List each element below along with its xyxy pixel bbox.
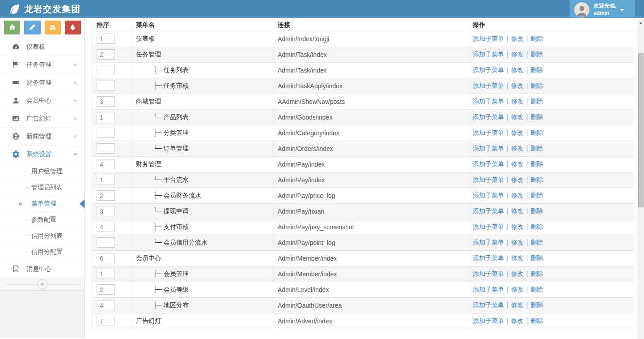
add-submenu-link[interactable]: 添加子菜单 — [473, 270, 504, 277]
sort-input[interactable] — [97, 269, 115, 279]
quick-users-button[interactable] — [45, 21, 61, 34]
add-submenu-link[interactable]: 添加子菜单 — [473, 35, 504, 42]
sidebar-item-finance[interactable]: 财务管理 — [0, 74, 85, 92]
add-submenu-link[interactable]: 添加子菜单 — [473, 113, 504, 120]
scrollbar-thumb[interactable] — [638, 53, 644, 207]
delete-link[interactable]: 删除 — [530, 145, 543, 152]
delete-link[interactable]: 删除 — [530, 270, 543, 277]
quick-notifications-button[interactable] — [65, 21, 81, 34]
edit-link[interactable]: 修改 — [511, 317, 524, 324]
sidebar-item-advert[interactable]: 广告幻灯 — [0, 110, 85, 128]
edit-link[interactable]: 修改 — [511, 176, 524, 183]
add-submenu-link[interactable]: 添加子菜单 — [473, 286, 504, 293]
edit-link[interactable]: 修改 — [511, 160, 524, 167]
delete-link[interactable]: 删除 — [530, 301, 543, 309]
add-submenu-link[interactable]: 添加子菜单 — [473, 239, 504, 246]
delete-link[interactable]: 删除 — [530, 223, 543, 230]
edit-link[interactable]: 修改 — [511, 286, 524, 293]
edit-link[interactable]: 修改 — [511, 207, 524, 215]
sort-input[interactable] — [97, 175, 115, 185]
sidebar-item-dashboard[interactable]: 仪表板 — [0, 38, 85, 56]
sort-input[interactable] — [97, 128, 115, 138]
add-submenu-link[interactable]: 添加子菜单 — [473, 176, 504, 183]
edit-link[interactable]: 修改 — [511, 129, 524, 136]
delete-link[interactable]: 删除 — [530, 82, 543, 89]
add-submenu-link[interactable]: 添加子菜单 — [473, 223, 504, 230]
sort-input[interactable] — [97, 284, 115, 295]
sidebar-subitem-menu-manage[interactable]: »菜单管理 — [0, 196, 85, 212]
edit-link[interactable]: 修改 — [511, 239, 524, 246]
add-submenu-link[interactable]: 添加子菜单 — [473, 66, 504, 73]
collapse-sidebar-button[interactable]: « — [37, 279, 47, 289]
edit-link[interactable]: 修改 — [511, 145, 524, 152]
add-submenu-link[interactable]: 添加子菜单 — [473, 82, 504, 89]
delete-link[interactable]: 删除 — [530, 66, 543, 73]
edit-link[interactable]: 修改 — [511, 82, 524, 89]
sort-input[interactable] — [97, 81, 115, 91]
edit-link[interactable]: 修改 — [511, 192, 524, 199]
sort-input[interactable] — [97, 34, 115, 44]
delete-link[interactable]: 删除 — [530, 254, 543, 262]
delete-link[interactable]: 删除 — [530, 113, 543, 120]
add-submenu-link[interactable]: 添加子菜单 — [473, 192, 504, 199]
user-menu[interactable]: 欢迎光临, admin — [570, 0, 635, 19]
add-submenu-link[interactable]: 添加子菜单 — [473, 301, 504, 309]
vertical-scrollbar[interactable]: ▲ — [638, 19, 644, 339]
sort-input[interactable] — [97, 112, 115, 122]
edit-link[interactable]: 修改 — [511, 35, 524, 42]
sort-input[interactable] — [97, 237, 115, 248]
sidebar-subitem-admin-list[interactable]: 管理员列表 — [0, 180, 85, 196]
add-submenu-link[interactable]: 添加子菜单 — [473, 317, 504, 324]
sort-input[interactable] — [97, 253, 115, 263]
edit-link[interactable]: 修改 — [511, 223, 524, 230]
edit-link[interactable]: 修改 — [511, 301, 524, 309]
delete-link[interactable]: 删除 — [530, 207, 543, 215]
sidebar-item-label: 消息中心 — [26, 265, 51, 273]
sort-input[interactable] — [97, 206, 115, 216]
delete-link[interactable]: 删除 — [530, 239, 543, 246]
sidebar-subitem-param-config[interactable]: 参数配置 — [0, 212, 85, 228]
edit-link[interactable]: 修改 — [511, 98, 524, 105]
sidebar-item-member[interactable]: 会员中心 — [0, 92, 85, 110]
sidebar-subitem-credit-config[interactable]: 信用分配置 — [0, 244, 85, 260]
add-submenu-link[interactable]: 添加子菜单 — [473, 207, 504, 215]
sidebar-subitem-user-group[interactable]: 用户组管理 — [0, 163, 85, 180]
edit-link[interactable]: 修改 — [511, 113, 524, 120]
delete-link[interactable]: 删除 — [530, 51, 543, 58]
sort-input[interactable] — [97, 96, 115, 107]
add-submenu-link[interactable]: 添加子菜单 — [473, 145, 504, 152]
add-submenu-link[interactable]: 添加子菜单 — [473, 51, 504, 58]
sort-input[interactable] — [97, 65, 115, 75]
edit-link[interactable]: 修改 — [511, 254, 524, 262]
edit-link[interactable]: 修改 — [511, 66, 524, 73]
delete-link[interactable]: 删除 — [530, 160, 543, 167]
add-submenu-link[interactable]: 添加子菜单 — [473, 98, 504, 105]
delete-link[interactable]: 删除 — [530, 286, 543, 293]
sidebar-item-news[interactable]: 新闻管理 — [0, 128, 85, 146]
sort-input[interactable] — [97, 143, 115, 154]
delete-link[interactable]: 删除 — [530, 192, 543, 199]
delete-link[interactable]: 删除 — [530, 35, 543, 42]
sidebar-item-task[interactable]: 任务管理 — [0, 56, 85, 74]
add-submenu-link[interactable]: 添加子菜单 — [473, 129, 504, 136]
sidebar-subitem-credit-list[interactable]: 信用分列表 — [0, 228, 85, 244]
delete-link[interactable]: 删除 — [530, 176, 543, 183]
delete-link[interactable]: 删除 — [530, 98, 543, 105]
sidebar-item-system[interactable]: 系统设置 — [0, 146, 85, 163]
sort-input[interactable] — [97, 300, 115, 310]
delete-link[interactable]: 删除 — [530, 129, 543, 136]
sidebar-item-message[interactable]: 消息中心 — [0, 260, 85, 278]
quick-edit-button[interactable] — [24, 21, 40, 34]
sort-input[interactable] — [97, 190, 115, 201]
sort-input[interactable] — [97, 159, 115, 169]
add-submenu-link[interactable]: 添加子菜单 — [473, 254, 504, 262]
edit-link[interactable]: 修改 — [511, 51, 524, 58]
add-submenu-link[interactable]: 添加子菜单 — [473, 160, 504, 167]
sort-input[interactable] — [97, 222, 115, 232]
edit-link[interactable]: 修改 — [511, 270, 524, 277]
quick-home-button[interactable] — [4, 21, 20, 34]
sort-input[interactable] — [97, 316, 115, 326]
scroll-up-icon[interactable]: ▲ — [638, 19, 644, 26]
delete-link[interactable]: 删除 — [530, 317, 543, 324]
sort-input[interactable] — [97, 49, 115, 60]
